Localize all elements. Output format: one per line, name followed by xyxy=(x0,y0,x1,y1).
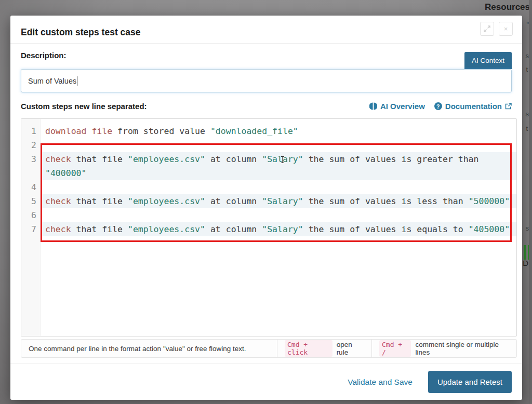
code-line xyxy=(41,180,516,194)
update-and-retest-button[interactable]: Update and Retest xyxy=(428,371,512,393)
line-number: 4 xyxy=(21,180,41,194)
line-number: 3 xyxy=(21,152,41,166)
bg-fragment: D xyxy=(523,259,528,267)
code-segment: "employees.csv" xyxy=(128,154,205,164)
code-editor[interactable]: 1download file from stored value "downlo… xyxy=(21,118,517,336)
code-line: "400000" xyxy=(41,166,516,180)
line-number xyxy=(21,166,41,180)
code-segment: that file xyxy=(71,224,128,234)
code-segment: "405000" xyxy=(469,224,510,234)
code-segment: "employees.csv" xyxy=(128,224,205,234)
close-icon: × xyxy=(504,25,508,33)
editor-row: 7check that file "employees.csv" at colu… xyxy=(21,222,516,236)
editor-row: 4 xyxy=(21,180,516,194)
code-segment: "500000" xyxy=(469,196,510,206)
documentation-link[interactable]: ? Documentation xyxy=(434,102,512,111)
editor-rows: 1download file from stored value "downlo… xyxy=(21,124,516,236)
editor-row: 2 xyxy=(21,138,516,152)
code-segment: that file xyxy=(71,196,128,206)
ai-context-button[interactable]: AI Context xyxy=(464,52,512,69)
expand-icon xyxy=(484,25,490,32)
editor-row: 3check that file "employees.csv" at colu… xyxy=(21,152,516,166)
page-edge-strip xyxy=(529,0,532,404)
description-input[interactable]: Sum of Values xyxy=(21,69,512,92)
modal-footer: Validate and Save Update and Retest xyxy=(10,364,522,400)
ai-overview-label: AI Overview xyxy=(380,102,425,111)
code-segment: "400000" xyxy=(45,168,86,178)
code-segment: at column xyxy=(205,224,262,234)
editor-row: 1download file from stored value "downlo… xyxy=(21,124,516,138)
code-segment: check xyxy=(45,196,71,206)
code-segment: "employees.csv" xyxy=(128,196,205,206)
code-segment: "downloaded_file" xyxy=(210,126,298,136)
code-segment: check xyxy=(45,224,71,234)
documentation-label: Documentation xyxy=(445,102,502,111)
description-label: Description: xyxy=(21,51,66,60)
code-line xyxy=(41,208,516,222)
ai-overview-icon xyxy=(369,102,377,110)
modal-title: Edit custom steps test case xyxy=(21,27,141,38)
code-segment: the sum of values is less than xyxy=(303,196,469,206)
edit-test-case-modal: Edit custom steps test case × Descriptio… xyxy=(10,16,522,400)
editor-row: 6 xyxy=(21,208,516,222)
description-value: Sum of Values xyxy=(28,77,76,85)
open-rule-label: open rule xyxy=(337,341,364,356)
editor-row: 5check that file "employees.csv" at colu… xyxy=(21,194,516,208)
hint-bar: One command per line in the format actio… xyxy=(21,339,517,358)
code-line: check that file "employees.csv" at colum… xyxy=(41,152,516,166)
custom-steps-label: Custom steps new line separated: xyxy=(21,102,147,111)
code-segment: check xyxy=(45,154,71,164)
code-segment: the sum of values is greater than xyxy=(303,154,479,164)
code-line xyxy=(41,138,516,152)
line-number: 5 xyxy=(21,194,41,208)
code-segment: "Salary" xyxy=(262,224,303,234)
code-segment: download file xyxy=(45,126,112,136)
line-number: 1 xyxy=(21,124,41,138)
bg-fragment: t xyxy=(526,65,528,73)
code-segment: that file xyxy=(71,154,128,164)
ai-overview-link[interactable]: AI Overview xyxy=(369,102,425,111)
comment-hint-label: comment single or multiple lines xyxy=(415,341,509,356)
line-number: 6 xyxy=(21,208,41,222)
code-segment: from stored value xyxy=(112,126,210,136)
external-link-icon xyxy=(505,103,512,110)
hint-text: One command per line in the format actio… xyxy=(29,345,246,353)
line-number: 7 xyxy=(21,222,41,236)
code-segment: the sum of values is equals to xyxy=(303,224,469,234)
window-controls: × xyxy=(480,22,513,36)
code-segment: at column xyxy=(205,154,262,164)
line-number: 2 xyxy=(21,138,41,152)
code-line: check that file "employees.csv" at colum… xyxy=(41,222,516,236)
code-line: download file from stored value "downloa… xyxy=(41,124,516,138)
code-segment: "Salary" xyxy=(262,196,303,206)
cmd-slash-chip: Cmd + / xyxy=(379,340,411,357)
bg-fragment: t xyxy=(526,125,528,132)
editor-row: "400000" xyxy=(21,166,516,180)
validate-and-save-button[interactable]: Validate and Save xyxy=(348,378,413,387)
code-line: check that file "employees.csv" at colum… xyxy=(41,194,516,208)
close-button[interactable]: × xyxy=(499,22,513,36)
text-caret xyxy=(77,76,77,86)
resources-label: Resources xyxy=(485,2,530,12)
header-divider xyxy=(10,43,522,44)
cmd-click-chip: Cmd + click xyxy=(285,340,332,357)
question-icon: ? xyxy=(434,102,442,110)
code-segment: at column xyxy=(205,196,262,206)
expand-button[interactable] xyxy=(480,22,494,36)
code-segment: "Salary" xyxy=(262,154,303,164)
